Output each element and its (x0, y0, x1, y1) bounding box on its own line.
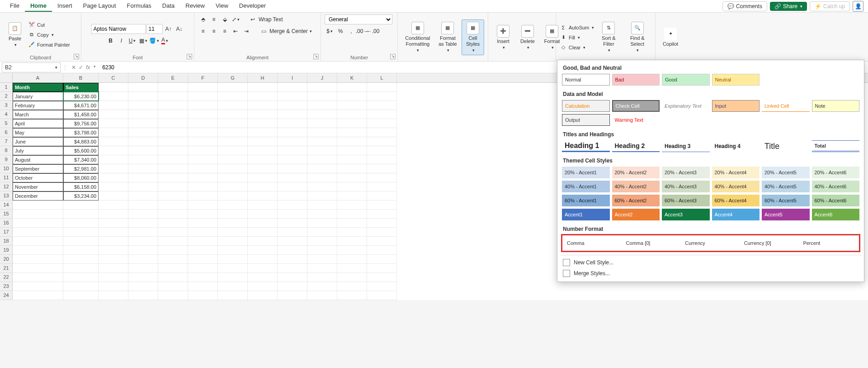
number-dialog-launcher[interactable]: ↘ (390, 54, 396, 59)
decrease-decimal-icon[interactable]: ←.00 (368, 26, 378, 36)
style-accent[interactable]: 40% - Accent5 (762, 181, 810, 192)
enter-formula-icon[interactable]: ✓ (79, 64, 83, 71)
style-accent[interactable]: 60% - Accent2 (612, 195, 660, 206)
cell[interactable] (218, 264, 248, 273)
style-accent[interactable]: Accent1 (562, 209, 610, 220)
cell[interactable] (128, 155, 158, 164)
cell[interactable] (218, 173, 248, 182)
row-header[interactable]: 13 (0, 191, 13, 201)
style-note[interactable]: Note (812, 100, 860, 112)
cell[interactable] (307, 228, 337, 237)
share-button[interactable]: 🔗 Share ▾ (770, 2, 807, 11)
style-accent[interactable]: Accent6 (812, 209, 860, 220)
cell[interactable]: May (13, 128, 63, 137)
italic-button[interactable]: I (117, 36, 127, 46)
cell[interactable] (128, 164, 158, 173)
cell[interactable] (13, 255, 63, 264)
cell[interactable] (278, 110, 307, 119)
cell[interactable] (63, 291, 99, 300)
cell[interactable]: October (13, 173, 63, 182)
cell[interactable] (307, 173, 337, 182)
cell[interactable] (278, 92, 307, 101)
cell[interactable] (307, 201, 337, 210)
cell[interactable] (248, 219, 278, 228)
increase-indent-icon[interactable]: ⇥ (241, 26, 251, 36)
style-bad[interactable]: Bad (612, 74, 660, 86)
style-calculation[interactable]: Calculation (562, 100, 610, 112)
cell[interactable] (248, 128, 278, 137)
menu-developer[interactable]: Developer (234, 0, 271, 12)
cell[interactable] (158, 155, 188, 164)
cell[interactable] (248, 182, 278, 191)
cell[interactable] (218, 282, 248, 291)
borders-button[interactable]: ▦▾ (138, 36, 148, 46)
cell[interactable]: November (13, 182, 63, 191)
cell[interactable] (307, 137, 337, 146)
cell[interactable] (248, 155, 278, 164)
cell[interactable] (218, 155, 248, 164)
cell[interactable] (367, 282, 397, 291)
style-accent[interactable]: Accent5 (762, 209, 810, 220)
decrease-indent-icon[interactable]: ⇤ (231, 26, 241, 36)
cell[interactable] (13, 237, 63, 246)
cell[interactable] (188, 182, 218, 191)
cell[interactable] (367, 228, 397, 237)
cell[interactable]: December (13, 191, 63, 201)
insert-cells-button[interactable]: ➕Insert▾ (492, 23, 514, 52)
cell[interactable] (307, 83, 337, 92)
bold-button[interactable]: B (106, 36, 116, 46)
autosum-button[interactable]: ΣAutoSum▾ (560, 23, 594, 32)
format-as-table-button[interactable]: ▦Format as Table▾ (436, 20, 460, 55)
cell[interactable] (337, 264, 367, 273)
cell[interactable]: $7,340.00 (63, 155, 99, 164)
cell[interactable] (278, 155, 307, 164)
cell[interactable] (218, 146, 248, 155)
cell[interactable] (128, 92, 158, 101)
cell[interactable] (367, 264, 397, 273)
cell[interactable] (337, 273, 367, 282)
cell[interactable] (337, 237, 367, 246)
cell[interactable] (307, 264, 337, 273)
cell[interactable] (307, 282, 337, 291)
menu-formulas[interactable]: Formulas (122, 0, 157, 12)
cell[interactable] (128, 282, 158, 291)
row-header[interactable]: 2 (0, 92, 13, 101)
font-name-select[interactable] (91, 24, 146, 34)
cell[interactable] (99, 146, 128, 155)
cell[interactable]: $6,158.00 (63, 182, 99, 191)
cell[interactable] (128, 246, 158, 255)
cell[interactable] (218, 237, 248, 246)
cell[interactable] (307, 110, 337, 119)
cell[interactable] (337, 83, 367, 92)
cell[interactable] (63, 264, 99, 273)
cell[interactable] (278, 191, 307, 201)
cell[interactable] (99, 255, 128, 264)
row-header[interactable]: 4 (0, 110, 13, 119)
style-accent[interactable]: 20% - Accent5 (762, 167, 810, 178)
cell[interactable] (278, 173, 307, 182)
row-header[interactable]: 7 (0, 137, 13, 146)
col-header-b[interactable]: B (63, 73, 99, 82)
cell[interactable]: April (13, 119, 63, 128)
col-header-e[interactable]: E (158, 73, 188, 82)
menu-data[interactable]: Data (157, 0, 180, 12)
cell[interactable] (307, 237, 337, 246)
cell[interactable] (218, 246, 248, 255)
cell[interactable]: February (13, 101, 63, 110)
row-header[interactable]: 12 (0, 182, 13, 191)
cell[interactable] (278, 246, 307, 255)
cell[interactable] (128, 128, 158, 137)
cell[interactable] (248, 137, 278, 146)
style-percent[interactable]: Percent (800, 237, 857, 249)
cell[interactable] (337, 173, 367, 182)
cell[interactable] (188, 264, 218, 273)
cell[interactable] (307, 291, 337, 300)
align-right-icon[interactable]: ≡ (220, 26, 230, 36)
font-dialog-launcher[interactable]: ↘ (187, 54, 192, 59)
cell[interactable] (158, 191, 188, 201)
cell[interactable] (278, 219, 307, 228)
cell[interactable] (278, 137, 307, 146)
cell[interactable] (278, 273, 307, 282)
style-linked-cell[interactable]: Linked Cell (762, 100, 810, 112)
style-accent[interactable]: 20% - Accent3 (662, 167, 710, 178)
